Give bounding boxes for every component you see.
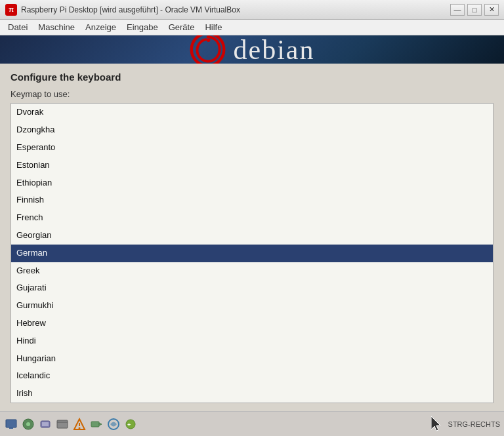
- keymap-list-container: DvorakDzongkhaEsperantoEstonianEthiopian…: [10, 103, 494, 403]
- debian-banner: debian: [0, 35, 504, 64]
- debian-logo-area: debian: [190, 35, 315, 64]
- list-item[interactable]: Greek: [11, 262, 493, 280]
- svg-rect-3: [9, 427, 13, 429]
- list-item[interactable]: French: [11, 209, 493, 227]
- list-item[interactable]: Gujarati: [11, 279, 493, 297]
- taskbar-icon-8[interactable]: +: [123, 417, 138, 431]
- mouse-cursor-icon: [431, 416, 443, 432]
- taskbar-icon-5[interactable]: [72, 417, 87, 431]
- svg-point-12: [79, 427, 81, 429]
- keymap-list[interactable]: DvorakDzongkhaEsperantoEstonianEthiopian…: [11, 104, 493, 403]
- list-item[interactable]: Gurmukhi: [11, 297, 493, 315]
- list-item[interactable]: German: [11, 245, 493, 262]
- svg-marker-14: [99, 423, 102, 426]
- svg-rect-8: [57, 420, 68, 428]
- svg-rect-2: [6, 420, 16, 427]
- keymap-label: Keymap to use:: [10, 89, 494, 99]
- menu-item-anzeige[interactable]: Anzeige: [80, 21, 121, 33]
- vm-content: debian Configure the keyboard Keymap to …: [0, 35, 504, 411]
- menu-item-hilfe[interactable]: Hilfe: [200, 21, 227, 33]
- svg-rect-13: [91, 422, 99, 427]
- window-title: Raspberry Pi Desktop [wird ausgeführt] -…: [21, 5, 450, 14]
- close-button[interactable]: ✕: [484, 4, 499, 16]
- list-item[interactable]: Dzongkha: [11, 121, 493, 139]
- list-item[interactable]: Estonian: [11, 157, 493, 174]
- page-title: Configure the keyboard: [10, 71, 494, 83]
- menu-item-datei[interactable]: Datei: [3, 21, 33, 33]
- svg-point-1: [206, 39, 210, 42]
- list-item[interactable]: Icelandic: [11, 367, 493, 385]
- list-item[interactable]: Finnish: [11, 191, 493, 209]
- titlebar: π Raspberry Pi Desktop [wird ausgeführt]…: [0, 0, 504, 20]
- list-item[interactable]: Dvorak: [11, 104, 493, 121]
- menu-item-geräte[interactable]: Geräte: [163, 21, 200, 33]
- taskbar-icon-4[interactable]: [55, 417, 70, 431]
- mouse-cursor-area: [431, 416, 443, 432]
- menu-item-eingabe[interactable]: Eingabe: [121, 21, 163, 33]
- list-item[interactable]: Esperanto: [11, 139, 493, 157]
- debian-text: debian: [234, 35, 315, 64]
- taskbar-icon-1[interactable]: [4, 417, 18, 431]
- installer-area: Configure the keyboard Keymap to use: Dv…: [0, 64, 504, 411]
- svg-rect-7: [42, 422, 49, 426]
- maximize-button[interactable]: □: [467, 4, 482, 16]
- taskbar-icon-7[interactable]: [106, 417, 121, 431]
- debian-swirl-icon: [190, 35, 226, 64]
- taskbar-icon-2[interactable]: [21, 417, 35, 431]
- vbox-taskbar: + STRG-RECHTS: [0, 411, 504, 436]
- list-item[interactable]: Hindi: [11, 332, 493, 350]
- list-item[interactable]: Hungarian: [11, 350, 493, 368]
- taskbar-icon-3[interactable]: [38, 417, 52, 431]
- list-item[interactable]: Hebrew: [11, 315, 493, 332]
- svg-text:+: +: [127, 422, 131, 428]
- taskbar-icon-6[interactable]: [89, 417, 104, 431]
- strg-rechts-label: STRG-RECHTS: [448, 420, 500, 428]
- list-item[interactable]: Ethiopian: [11, 174, 493, 192]
- list-item[interactable]: Georgian: [11, 227, 493, 245]
- menubar: DateiMaschineAnzeigeEingabeGeräteHilfe: [0, 20, 504, 35]
- list-item[interactable]: Irish: [11, 385, 493, 403]
- svg-marker-18: [431, 416, 440, 431]
- svg-point-5: [26, 422, 30, 426]
- app-icon: π: [5, 4, 17, 16]
- minimize-button[interactable]: —: [450, 4, 465, 16]
- menu-item-maschine[interactable]: Maschine: [33, 21, 80, 33]
- window-controls: — □ ✕: [450, 4, 499, 16]
